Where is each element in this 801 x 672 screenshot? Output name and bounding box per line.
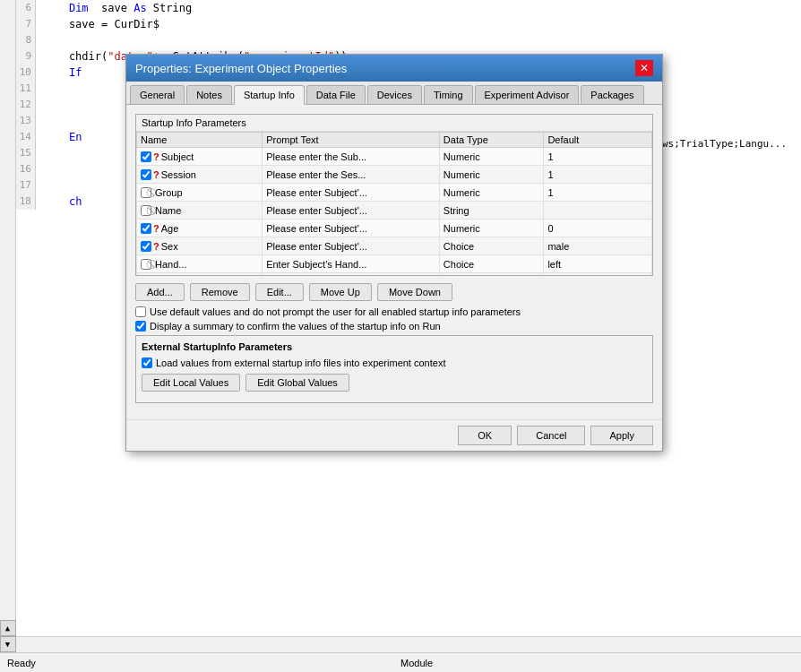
use-default-checkbox[interactable]	[135, 306, 146, 317]
ext-load-checkbox[interactable]	[142, 358, 152, 368]
row-checkbox[interactable]	[141, 241, 151, 252]
add-button[interactable]: Add...	[135, 283, 185, 301]
table-row[interactable]: ⃠GroupPlease enter Subject'...Numeric1	[137, 184, 652, 202]
right-panel: ws;TrialType;Langu...	[658, 134, 801, 153]
table-row[interactable]: ⃠NamePlease enter Subject'...String	[137, 202, 652, 220]
dialog-titlebar: Properties: Experiment Object Properties…	[126, 55, 662, 82]
ext-check-option: Load values from external startup info f…	[142, 358, 647, 368]
dialog-close-button[interactable]: ✕	[635, 60, 653, 76]
row-dtype: Numeric	[439, 220, 544, 237]
row-default: left	[544, 255, 652, 273]
edit-global-button[interactable]: Edit Global Values	[245, 374, 349, 392]
row-name: Name	[155, 205, 181, 216]
row-dtype: Numeric	[439, 166, 544, 184]
row-prompt: Please enter Resear...	[263, 273, 440, 276]
row-name: Age	[161, 223, 179, 234]
check1-label: Use default values and do not prompt the…	[150, 306, 521, 317]
row-dtype: String	[439, 202, 544, 220]
row-dtype: Numeric	[439, 184, 544, 202]
tab-notes[interactable]: Notes	[186, 85, 232, 104]
row-dtype: Numeric	[439, 273, 544, 276]
bottom-scrollbar[interactable]	[16, 636, 801, 652]
row-default: 1	[544, 166, 652, 184]
param-table: Name Prompt Text Data Type Default ?Subj…	[136, 132, 652, 275]
cancel-button[interactable]: Cancel	[517, 426, 585, 445]
row-prompt: Please enter Subject'...	[263, 220, 440, 237]
row-checkbox[interactable]	[141, 205, 151, 216]
col-dtype: Data Type	[439, 133, 544, 148]
check2-label: Display a summary to confirm the values …	[150, 321, 441, 332]
display-summary-checkbox[interactable]	[135, 321, 146, 332]
dialog-footer: OK Cancel Apply	[126, 419, 662, 451]
edit-button[interactable]: Edit...	[255, 283, 304, 301]
table-row[interactable]: ?AgePlease enter Subject'...Numeric0	[137, 220, 652, 237]
question-icon: ?	[153, 151, 159, 162]
row-dtype: Choice	[439, 255, 544, 273]
tab-timing[interactable]: Timing	[424, 85, 473, 104]
param-table-wrap[interactable]: Name Prompt Text Data Type Default ?Subj…	[136, 132, 652, 275]
startup-info-group: Startup Info Parameters Name Prompt Text…	[135, 114, 653, 276]
group-title: Startup Info Parameters	[136, 115, 652, 132]
tab-general[interactable]: General	[130, 85, 185, 104]
tab-data-file[interactable]: Data File	[306, 85, 366, 104]
right-panel-text: ws;TrialType;Langu...	[662, 138, 787, 150]
remove-button[interactable]: Remove	[190, 283, 250, 301]
tab-packages[interactable]: Packages	[581, 85, 643, 104]
row-name: Hand...	[155, 259, 186, 270]
row-prompt: Please enter Subject'...	[263, 184, 440, 202]
param-buttons-row: Add... Remove Edit... Move Up Move Down	[135, 283, 653, 301]
row-checkbox[interactable]	[141, 187, 151, 198]
edit-local-button[interactable]: Edit Local Values	[142, 374, 240, 392]
tabs-row: General Notes Startup Info Data File Dev…	[126, 82, 662, 105]
col-default: Default	[544, 133, 652, 148]
left-scrollbar[interactable]: ▲ ▼	[0, 0, 16, 652]
ext-group-title: External StartupInfo Parameters	[142, 341, 647, 352]
question-icon: ?	[153, 169, 159, 180]
check1-option: Use default values and do not prompt the…	[135, 306, 653, 317]
row-default	[544, 202, 652, 220]
row-default: 1	[544, 273, 652, 276]
col-prompt: Prompt Text	[263, 133, 440, 148]
tab-devices[interactable]: Devices	[367, 85, 422, 104]
table-row[interactable]: ?SessionPlease enter the Ses...Numeric1	[137, 166, 652, 184]
table-row[interactable]: ⃠Resea...Please enter Resear...Numeric1	[137, 273, 652, 276]
ok-button[interactable]: OK	[458, 426, 512, 445]
col-name: Name	[137, 133, 263, 148]
row-default: male	[544, 237, 652, 255]
row-checkbox[interactable]	[141, 169, 151, 180]
row-checkbox[interactable]	[141, 259, 151, 270]
row-prompt: Please enter the Sub...	[263, 148, 440, 166]
ext-check-label: Load values from external startup info f…	[156, 358, 445, 368]
row-default: 1	[544, 184, 652, 202]
row-default: 0	[544, 220, 652, 237]
ext-buttons-row: Edit Local Values Edit Global Values	[142, 374, 647, 392]
ready-text: Ready	[7, 658, 36, 668]
properties-dialog: Properties: Experiment Object Properties…	[125, 54, 663, 452]
move-down-button[interactable]: Move Down	[377, 283, 452, 301]
row-dtype: Choice	[439, 237, 544, 255]
tab-experiment-advisor[interactable]: Experiment Advisor	[475, 85, 580, 104]
row-name: Sex	[161, 241, 178, 252]
row-prompt: Please enter Subject'...	[263, 202, 440, 220]
row-default: 1	[544, 148, 652, 166]
dialog-title: Properties: Experiment Object Properties	[135, 62, 347, 75]
table-row[interactable]: ?SexPlease enter Subject'...Choicemale	[137, 237, 652, 255]
row-prompt: Enter Subject's Hand...	[263, 255, 440, 273]
move-up-button[interactable]: Move Up	[309, 283, 372, 301]
table-row[interactable]: ?SubjectPlease enter the Sub...Numeric1	[137, 148, 652, 166]
check2-option: Display a summary to confirm the values …	[135, 321, 653, 332]
scroll-down[interactable]: ▼	[0, 636, 16, 652]
tab-startup-info[interactable]: Startup Info	[234, 85, 305, 105]
row-prompt: Please enter Subject'...	[263, 237, 440, 255]
row-checkbox[interactable]	[141, 223, 151, 234]
scroll-up[interactable]: ▲	[0, 620, 16, 636]
status-bar: Ready Module	[0, 652, 801, 672]
table-row[interactable]: ⃠Hand...Enter Subject's Hand...Choicelef…	[137, 255, 652, 273]
module-label: Module	[400, 658, 433, 668]
question-icon: ?	[153, 223, 159, 234]
row-prompt: Please enter the Ses...	[263, 166, 440, 184]
apply-button[interactable]: Apply	[590, 426, 653, 445]
external-group: External StartupInfo Parameters Load val…	[135, 335, 653, 403]
question-icon: ?	[153, 241, 159, 252]
row-checkbox[interactable]	[141, 151, 151, 162]
